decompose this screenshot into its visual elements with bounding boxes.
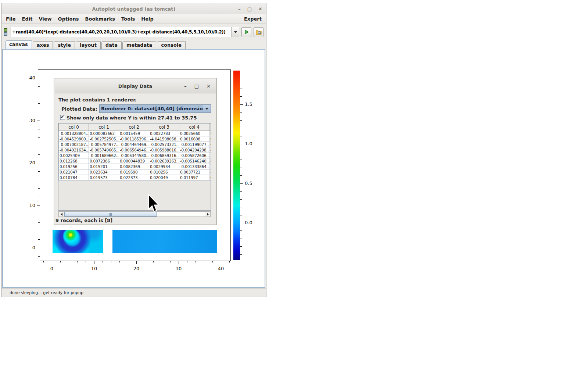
- table-cell[interactable]: 0.0025409: [59, 153, 89, 158]
- tab-axes[interactable]: axes: [33, 41, 53, 49]
- table-cell[interactable]: -0.002573321...: [149, 142, 179, 147]
- table-cell[interactable]: 0.0025660: [179, 131, 209, 136]
- table-cell[interactable]: 0.0022783: [149, 131, 179, 136]
- menubar: FileEditViewOptionsBookmarksToolsHelp Ex…: [1, 14, 266, 24]
- table-cell[interactable]: -0.001199077...: [179, 142, 209, 147]
- table-header[interactable]: col 0: [59, 124, 89, 131]
- table-cell[interactable]: 0.010784: [59, 175, 89, 181]
- table-cell[interactable]: 0.000044839: [119, 158, 149, 164]
- table-cell[interactable]: -0.001689662...: [89, 153, 119, 158]
- plotted-data-combobox[interactable]: Renderer 0: dataset[40,40] (dimension...: [99, 104, 211, 113]
- horizontal-scrollbar[interactable]: [58, 211, 211, 217]
- scroll-left-button[interactable]: [59, 212, 64, 217]
- table-cell[interactable]: -0.001328804...: [59, 131, 89, 136]
- tab-style[interactable]: style: [54, 41, 75, 49]
- table-cell[interactable]: -0.002752505...: [89, 136, 119, 142]
- table-cell[interactable]: -0.005749665...: [89, 147, 119, 153]
- table-cell[interactable]: 0.012268: [59, 158, 89, 164]
- dialog-titlebar[interactable]: Display Data – □ ✕: [55, 79, 216, 93]
- tab-canvas[interactable]: canvas: [5, 40, 32, 49]
- table-cell[interactable]: -0.005344580...: [119, 153, 149, 158]
- table-cell[interactable]: -0.0: [209, 169, 211, 175]
- axis-tick: [60, 261, 61, 262]
- combobox-arrow-button[interactable]: [203, 105, 211, 112]
- uri-dropdown-button[interactable]: [232, 27, 239, 37]
- table-cell[interactable]: 0.0072386: [89, 158, 119, 164]
- table-cell[interactable]: 0.0016608: [179, 136, 209, 142]
- table-cell[interactable]: -0.005146240...: [179, 158, 209, 164]
- table-cell[interactable]: 0.0037721: [179, 169, 209, 175]
- table-cell[interactable]: 0.019573: [89, 175, 119, 181]
- table-cell[interactable]: -0.005784977...: [89, 142, 119, 147]
- table-cell[interactable]: 0.00: [209, 175, 211, 181]
- table-cell[interactable]: 0.015201: [89, 164, 119, 169]
- close-icon[interactable]: ✕: [258, 7, 262, 11]
- inspect-uri-button[interactable]: [254, 27, 263, 37]
- scroll-right-button[interactable]: [205, 212, 210, 217]
- table-cell[interactable]: 0.019590: [119, 169, 149, 175]
- table-cell[interactable]: -0.004921634...: [59, 147, 89, 153]
- axis-tick: [38, 214, 40, 214]
- table-cell[interactable]: -0.002639263...: [149, 158, 179, 164]
- dialog-maximize-icon[interactable]: □: [194, 84, 199, 89]
- plot-go-button[interactable]: [241, 27, 251, 37]
- table-header[interactable]: col 2: [119, 124, 149, 131]
- table-cell[interactable]: 0.0082369: [119, 164, 149, 169]
- menu-item-options[interactable]: Options: [58, 16, 79, 22]
- maximize-icon[interactable]: □: [247, 7, 252, 11]
- table-cell[interactable]: -0.005988016...: [149, 147, 179, 153]
- axis-tick: [38, 95, 40, 95]
- table-cell[interactable]: 0.00: [209, 142, 211, 147]
- table-cell[interactable]: -0.0: [209, 164, 211, 169]
- table-cell[interactable]: -0.0: [209, 153, 211, 158]
- table-cell[interactable]: -0.006564946...: [119, 147, 149, 153]
- table-cell[interactable]: -0.004464469...: [119, 142, 149, 147]
- table-cell[interactable]: 0.019256: [59, 164, 89, 169]
- table-cell[interactable]: 0.0029934: [149, 164, 179, 169]
- menu-item-view[interactable]: View: [39, 16, 51, 22]
- table-cell[interactable]: -4.041598058...: [149, 136, 179, 142]
- table-cell[interactable]: -0.0: [209, 147, 211, 153]
- window-titlebar[interactable]: Autoplot untagged (as tomcat) – □ ✕: [1, 3, 266, 15]
- table-header[interactable]: col 1: [89, 124, 119, 131]
- uri-input[interactable]: [11, 27, 232, 37]
- menu-item-tools[interactable]: Tools: [121, 16, 135, 22]
- table-cell[interactable]: 0.022373: [119, 175, 149, 181]
- tab-metadata[interactable]: metadata: [122, 41, 156, 49]
- table-header[interactable]: [209, 124, 211, 131]
- table-cell[interactable]: 0.010256: [149, 169, 179, 175]
- table-cell[interactable]: -0.001333864...: [179, 164, 209, 169]
- data-table: col 0col 1col 2col 3col 4 -0.001328804..…: [58, 124, 211, 181]
- table-cell[interactable]: -0.001185396...: [119, 136, 149, 142]
- table-cell[interactable]: 0.000083662: [89, 131, 119, 136]
- table-cell[interactable]: 0.020049: [149, 175, 179, 181]
- dialog-minimize-icon[interactable]: –: [184, 84, 187, 89]
- dialog-close-icon[interactable]: ✕: [207, 84, 211, 89]
- table-cell[interactable]: 0.00: [209, 131, 211, 136]
- tab-layout[interactable]: layout: [76, 41, 101, 49]
- filter-checkbox[interactable]: [60, 115, 65, 120]
- scrollbar-thumb[interactable]: [64, 212, 157, 217]
- table-header[interactable]: col 4: [179, 124, 209, 131]
- table-cell[interactable]: 0.023634: [89, 169, 119, 175]
- tab-console[interactable]: console: [157, 41, 186, 49]
- table-cell[interactable]: 0.011997: [179, 175, 209, 181]
- expert-toggle[interactable]: Expert: [244, 16, 262, 22]
- table-cell[interactable]: 0.00: [209, 136, 211, 142]
- axis-tick: [38, 86, 40, 87]
- table-cell[interactable]: -0.004529800...: [59, 136, 89, 142]
- menu-item-file[interactable]: File: [6, 16, 16, 22]
- tab-data[interactable]: data: [101, 41, 122, 49]
- menu-item-edit[interactable]: Edit: [22, 16, 33, 22]
- table-header[interactable]: col 3: [149, 124, 179, 131]
- table-cell[interactable]: 0.021047: [59, 169, 89, 175]
- minimize-icon[interactable]: –: [238, 7, 241, 11]
- menu-item-bookmarks[interactable]: Bookmarks: [85, 16, 115, 22]
- menu-item-help[interactable]: Help: [141, 16, 153, 22]
- table-cell[interactable]: -0.007002187...: [59, 142, 89, 147]
- table-cell[interactable]: -0.004294298...: [179, 147, 209, 153]
- table-cell[interactable]: -0.0: [209, 158, 211, 164]
- table-cell[interactable]: -0.006859316...: [149, 153, 179, 158]
- table-cell[interactable]: 0.0015459: [119, 131, 149, 136]
- table-cell[interactable]: -0.005872606...: [179, 153, 209, 158]
